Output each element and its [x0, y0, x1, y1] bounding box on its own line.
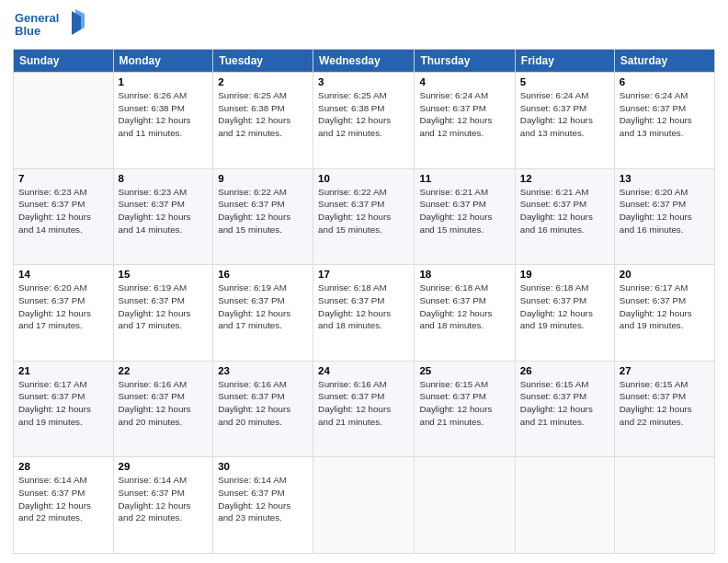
day-cell: 4Sunrise: 6:24 AMSunset: 6:37 PMDaylight… — [415, 73, 515, 169]
day-info: Sunrise: 6:23 AMSunset: 6:37 PMDaylight:… — [119, 186, 209, 236]
day-number: 20 — [620, 269, 710, 280]
weekday-header-wednesday: Wednesday — [313, 50, 415, 73]
day-cell: 3Sunrise: 6:25 AMSunset: 6:38 PMDaylight… — [313, 73, 415, 169]
day-cell: 30Sunrise: 6:14 AMSunset: 6:37 PMDayligh… — [213, 457, 313, 554]
day-cell: 19Sunrise: 6:18 AMSunset: 6:37 PMDayligh… — [515, 265, 614, 362]
weekday-header-row: SundayMondayTuesdayWednesdayThursdayFrid… — [14, 50, 715, 73]
day-cell: 23Sunrise: 6:16 AMSunset: 6:37 PMDayligh… — [213, 361, 313, 457]
day-info: Sunrise: 6:19 AMSunset: 6:37 PMDaylight:… — [218, 282, 308, 332]
day-number: 16 — [218, 269, 308, 280]
day-number: 17 — [318, 269, 409, 280]
day-info: Sunrise: 6:24 AMSunset: 6:37 PMDaylight:… — [419, 89, 509, 140]
day-cell: 22Sunrise: 6:16 AMSunset: 6:37 PMDayligh… — [113, 361, 213, 457]
day-cell: 9Sunrise: 6:22 AMSunset: 6:37 PMDaylight… — [213, 168, 313, 265]
day-cell: 6Sunrise: 6:24 AMSunset: 6:37 PMDaylight… — [614, 73, 714, 169]
day-cell: 28Sunrise: 6:14 AMSunset: 6:37 PMDayligh… — [14, 457, 114, 554]
day-cell: 25Sunrise: 6:15 AMSunset: 6:37 PMDayligh… — [415, 361, 515, 457]
week-row-5: 28Sunrise: 6:14 AMSunset: 6:37 PMDayligh… — [14, 457, 715, 554]
day-info: Sunrise: 6:21 AMSunset: 6:37 PMDaylight:… — [419, 186, 509, 236]
day-cell: 20Sunrise: 6:17 AMSunset: 6:37 PMDayligh… — [614, 265, 714, 362]
day-cell — [515, 457, 614, 554]
day-info: Sunrise: 6:14 AMSunset: 6:37 PMDaylight:… — [218, 474, 308, 524]
day-info: Sunrise: 6:16 AMSunset: 6:37 PMDaylight:… — [318, 378, 409, 429]
day-cell: 8Sunrise: 6:23 AMSunset: 6:37 PMDaylight… — [113, 168, 213, 265]
day-number: 6 — [620, 76, 710, 87]
day-number: 22 — [119, 365, 209, 376]
day-number: 19 — [520, 269, 609, 280]
day-cell: 14Sunrise: 6:20 AMSunset: 6:37 PMDayligh… — [14, 265, 114, 362]
day-number: 24 — [318, 365, 409, 376]
day-cell: 16Sunrise: 6:19 AMSunset: 6:37 PMDayligh… — [213, 265, 313, 362]
day-number: 14 — [18, 269, 108, 280]
day-info: Sunrise: 6:23 AMSunset: 6:37 PMDaylight:… — [18, 186, 108, 236]
day-cell: 29Sunrise: 6:14 AMSunset: 6:37 PMDayligh… — [113, 457, 213, 554]
day-info: Sunrise: 6:15 AMSunset: 6:37 PMDaylight:… — [419, 378, 509, 429]
day-cell — [614, 457, 714, 554]
day-number: 18 — [419, 269, 509, 280]
day-number: 15 — [119, 269, 209, 280]
day-info: Sunrise: 6:22 AMSunset: 6:37 PMDaylight:… — [318, 186, 409, 236]
day-info: Sunrise: 6:18 AMSunset: 6:37 PMDaylight:… — [419, 282, 509, 332]
day-cell — [415, 457, 515, 554]
day-info: Sunrise: 6:17 AMSunset: 6:37 PMDaylight:… — [620, 282, 710, 332]
calendar-table: SundayMondayTuesdayWednesdayThursdayFrid… — [13, 49, 715, 554]
day-info: Sunrise: 6:24 AMSunset: 6:37 PMDaylight:… — [620, 89, 710, 140]
day-info: Sunrise: 6:14 AMSunset: 6:37 PMDaylight:… — [18, 474, 108, 524]
day-cell: 15Sunrise: 6:19 AMSunset: 6:37 PMDayligh… — [113, 265, 213, 362]
day-info: Sunrise: 6:15 AMSunset: 6:37 PMDaylight:… — [520, 378, 609, 429]
day-cell: 21Sunrise: 6:17 AMSunset: 6:37 PMDayligh… — [14, 361, 114, 457]
day-number: 27 — [620, 365, 710, 376]
day-number: 1 — [119, 76, 209, 87]
day-cell: 12Sunrise: 6:21 AMSunset: 6:37 PMDayligh… — [515, 168, 614, 265]
logo: GeneralBlue — [13, 9, 88, 41]
day-number: 9 — [218, 173, 308, 184]
day-cell — [313, 457, 415, 554]
day-info: Sunrise: 6:26 AMSunset: 6:38 PMDaylight:… — [119, 89, 209, 140]
day-cell: 1Sunrise: 6:26 AMSunset: 6:38 PMDaylight… — [113, 73, 213, 169]
weekday-header-monday: Monday — [113, 50, 213, 73]
day-cell: 27Sunrise: 6:15 AMSunset: 6:37 PMDayligh… — [614, 361, 714, 457]
day-cell: 13Sunrise: 6:20 AMSunset: 6:37 PMDayligh… — [614, 168, 714, 265]
week-row-4: 21Sunrise: 6:17 AMSunset: 6:37 PMDayligh… — [14, 361, 715, 457]
day-info: Sunrise: 6:21 AMSunset: 6:37 PMDaylight:… — [520, 186, 609, 236]
day-number: 23 — [218, 365, 308, 376]
day-cell: 24Sunrise: 6:16 AMSunset: 6:37 PMDayligh… — [313, 361, 415, 457]
day-number: 26 — [520, 365, 609, 376]
day-number: 2 — [218, 76, 308, 87]
day-cell: 7Sunrise: 6:23 AMSunset: 6:37 PMDaylight… — [14, 168, 114, 265]
day-info: Sunrise: 6:14 AMSunset: 6:37 PMDaylight:… — [119, 474, 209, 524]
svg-text:General: General — [15, 11, 59, 25]
day-number: 5 — [520, 76, 609, 87]
header: GeneralBlue — [13, 9, 715, 41]
day-info: Sunrise: 6:20 AMSunset: 6:37 PMDaylight:… — [620, 186, 710, 236]
day-cell: 17Sunrise: 6:18 AMSunset: 6:37 PMDayligh… — [313, 265, 415, 362]
day-info: Sunrise: 6:16 AMSunset: 6:37 PMDaylight:… — [119, 378, 209, 429]
day-info: Sunrise: 6:25 AMSunset: 6:38 PMDaylight:… — [318, 89, 409, 140]
day-info: Sunrise: 6:22 AMSunset: 6:37 PMDaylight:… — [218, 186, 308, 236]
day-info: Sunrise: 6:18 AMSunset: 6:37 PMDaylight:… — [318, 282, 409, 332]
day-number: 10 — [318, 173, 409, 184]
day-info: Sunrise: 6:19 AMSunset: 6:37 PMDaylight:… — [119, 282, 209, 332]
day-number: 21 — [18, 365, 108, 376]
svg-text:Blue: Blue — [15, 24, 40, 38]
day-info: Sunrise: 6:20 AMSunset: 6:37 PMDaylight:… — [18, 282, 108, 332]
weekday-header-tuesday: Tuesday — [213, 50, 313, 73]
day-cell: 26Sunrise: 6:15 AMSunset: 6:37 PMDayligh… — [515, 361, 614, 457]
day-number: 29 — [119, 461, 209, 472]
page-container: GeneralBlue SundayMondayTuesdayWednesday… — [0, 0, 728, 563]
day-info: Sunrise: 6:17 AMSunset: 6:37 PMDaylight:… — [18, 378, 108, 429]
day-cell: 10Sunrise: 6:22 AMSunset: 6:37 PMDayligh… — [313, 168, 415, 265]
logo-icon: GeneralBlue — [15, 9, 88, 41]
day-cell: 2Sunrise: 6:25 AMSunset: 6:38 PMDaylight… — [213, 73, 313, 169]
day-number: 8 — [119, 173, 209, 184]
weekday-header-sunday: Sunday — [14, 50, 114, 73]
week-row-2: 7Sunrise: 6:23 AMSunset: 6:37 PMDaylight… — [14, 168, 715, 265]
day-number: 30 — [218, 461, 308, 472]
day-number: 11 — [419, 173, 509, 184]
day-cell: 18Sunrise: 6:18 AMSunset: 6:37 PMDayligh… — [415, 265, 515, 362]
day-number: 28 — [18, 461, 108, 472]
weekday-header-friday: Friday — [515, 50, 614, 73]
day-cell: 11Sunrise: 6:21 AMSunset: 6:37 PMDayligh… — [415, 168, 515, 265]
day-info: Sunrise: 6:18 AMSunset: 6:37 PMDaylight:… — [520, 282, 609, 332]
day-info: Sunrise: 6:16 AMSunset: 6:37 PMDaylight:… — [218, 378, 308, 429]
